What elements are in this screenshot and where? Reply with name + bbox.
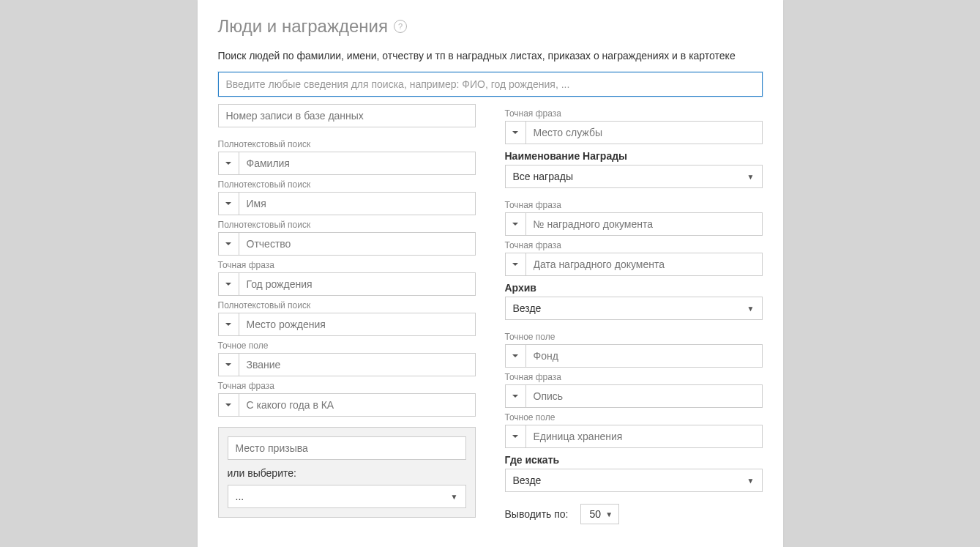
award-name-label: Наименование Награды — [505, 150, 763, 162]
sinceyear-mode-label: Точная фраза — [218, 381, 476, 391]
caret-down-icon — [512, 223, 518, 226]
patronymic-mode-label: Полнотекстовый поиск — [218, 220, 476, 230]
rank-mode-label: Точное поле — [218, 341, 476, 351]
draft-place-select[interactable]: ... ▼ — [228, 485, 466, 508]
unit-mode-label: Точное поле — [505, 412, 763, 423]
draft-place-input[interactable] — [228, 436, 466, 460]
caret-down-icon — [512, 354, 518, 357]
birthplace-mode-toggle[interactable] — [218, 313, 239, 336]
rank-mode-toggle[interactable] — [218, 353, 239, 376]
caret-down-icon — [225, 162, 231, 165]
unit-mode-toggle[interactable] — [505, 425, 525, 448]
firstname-mode-label: Полнотекстовый поиск — [218, 179, 476, 190]
caret-down-icon: ▼ — [605, 510, 613, 518]
caret-down-icon — [512, 131, 518, 134]
lastname-mode-label: Полнотекстовый поиск — [218, 139, 476, 149]
draft-place-select-value: ... — [236, 491, 244, 502]
caret-down-icon: ▼ — [747, 305, 755, 313]
left-column: Полнотекстовый поиск Полнотекстовый поис… — [218, 104, 476, 524]
birthplace-mode-label: Полнотекстовый поиск — [218, 300, 476, 310]
rank-input[interactable] — [239, 353, 476, 376]
archive-select[interactable]: Везде ▼ — [505, 297, 763, 320]
caret-down-icon — [225, 283, 231, 286]
main-search-input[interactable] — [218, 72, 763, 97]
lastname-mode-toggle[interactable] — [218, 152, 239, 175]
patronymic-mode-toggle[interactable] — [218, 232, 239, 256]
search-panel: Люди и награждения ? Поиск людей по фами… — [198, 0, 783, 547]
page-description: Поиск людей по фамилии, имени, отчеству … — [218, 50, 763, 62]
fond-input[interactable] — [525, 344, 763, 368]
record-id-input[interactable] — [218, 104, 476, 127]
where-search-value: Везде — [513, 475, 542, 486]
doc-date-input[interactable] — [525, 253, 763, 276]
award-select[interactable]: Все награды ▼ — [505, 165, 763, 188]
archive-label: Архив — [505, 282, 763, 294]
caret-down-icon — [512, 263, 518, 266]
birthyear-input[interactable] — [239, 272, 476, 296]
where-search-label: Где искать — [505, 454, 763, 466]
caret-down-icon — [225, 403, 231, 406]
page-size-value: 50 — [590, 508, 602, 520]
sinceyear-input[interactable] — [239, 393, 476, 417]
opis-mode-toggle[interactable] — [505, 384, 525, 408]
award-select-value: Все награды — [513, 171, 573, 182]
fond-mode-label: Точное поле — [505, 332, 763, 342]
caret-down-icon — [225, 323, 231, 326]
docnum-mode-toggle[interactable] — [505, 212, 525, 236]
right-column: Точная фраза Наименование Награды Все на… — [505, 104, 763, 524]
fond-mode-toggle[interactable] — [505, 344, 525, 368]
patronymic-input[interactable] — [239, 232, 476, 256]
page-title-text: Люди и награждения — [218, 16, 389, 37]
docdate-mode-toggle[interactable] — [505, 253, 525, 276]
page-size-select[interactable]: 50 ▼ — [580, 504, 620, 524]
doc-number-input[interactable] — [525, 212, 763, 236]
caret-down-icon: ▼ — [451, 493, 458, 501]
draft-place-box: или выберите: ... ▼ — [218, 427, 476, 518]
archive-select-value: Везде — [513, 302, 542, 314]
firstname-input[interactable] — [239, 192, 476, 215]
docnum-mode-label: Точная фраза — [505, 200, 763, 210]
caret-down-icon — [225, 202, 231, 205]
caret-down-icon — [512, 395, 518, 398]
service-mode-label: Точная фраза — [505, 108, 763, 119]
opis-mode-label: Точная фраза — [505, 372, 763, 382]
service-place-input[interactable] — [525, 121, 763, 144]
birthplace-input[interactable] — [239, 313, 476, 336]
where-search-select[interactable]: Везде ▼ — [505, 469, 763, 492]
page-size-label: Выводить по: — [505, 508, 569, 520]
caret-down-icon: ▼ — [747, 477, 755, 485]
caret-down-icon — [225, 242, 231, 245]
birthyear-mode-toggle[interactable] — [218, 272, 239, 296]
docdate-mode-label: Точная фраза — [505, 240, 763, 250]
or-select-label: или выберите: — [228, 467, 466, 479]
caret-down-icon — [225, 363, 231, 366]
firstname-mode-toggle[interactable] — [218, 192, 239, 215]
help-icon[interactable]: ? — [394, 20, 407, 33]
caret-down-icon: ▼ — [747, 173, 755, 181]
lastname-input[interactable] — [239, 152, 476, 175]
unit-input[interactable] — [525, 425, 763, 448]
caret-down-icon — [512, 435, 518, 438]
service-mode-toggle[interactable] — [505, 121, 525, 144]
opis-input[interactable] — [525, 384, 763, 408]
birthyear-mode-label: Точная фраза — [218, 260, 476, 270]
page-title: Люди и награждения ? — [218, 16, 763, 37]
sinceyear-mode-toggle[interactable] — [218, 393, 239, 417]
